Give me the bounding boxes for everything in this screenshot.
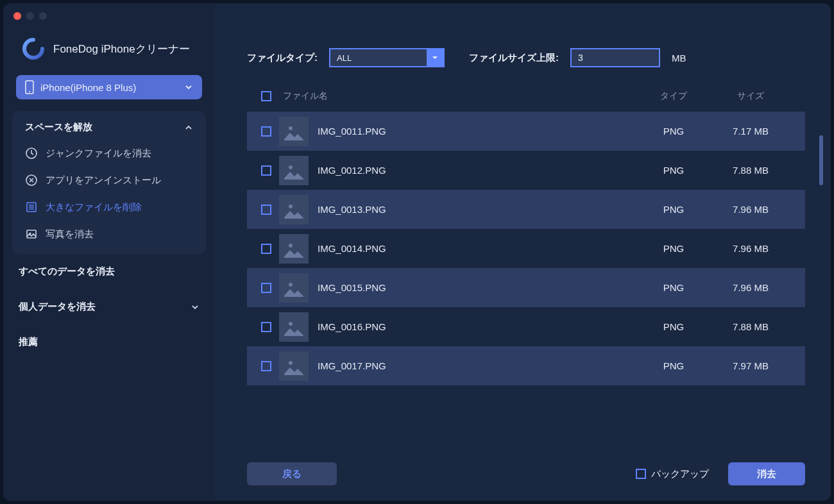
sidebar-item-1[interactable]: アプリをアンインストール — [19, 167, 200, 194]
column-type: タイプ — [638, 90, 709, 102]
file-name: IMG_0015.PNG — [318, 282, 638, 293]
table-row[interactable]: IMG_0011.PNGPNG7.17 MB — [247, 112, 805, 151]
file-size: 7.96 MB — [709, 243, 792, 254]
close-window-button[interactable] — [13, 12, 21, 20]
file-type: PNG — [638, 126, 709, 137]
file-list: IMG_0011.PNGPNG7.17 MBIMG_0012.PNGPNG7.8… — [247, 112, 805, 451]
sidebar-item-label: すべてのデータを消去 — [19, 265, 115, 278]
sidebar-item-label: 大きなファイルを削除 — [46, 201, 142, 214]
file-type-label: ファイルタイプ: — [247, 52, 318, 64]
chevron-up-icon — [184, 123, 193, 132]
file-name: IMG_0012.PNG — [318, 165, 638, 176]
svg-point-8 — [289, 126, 293, 130]
row-checkbox[interactable] — [261, 283, 271, 293]
sidebar-item-3[interactable]: 写真を消去 — [19, 221, 200, 248]
size-limit-input[interactable] — [570, 48, 660, 67]
image-thumbnail-icon — [279, 156, 309, 185]
list-icon — [25, 201, 38, 214]
erase-button-label: 消去 — [757, 468, 776, 480]
svg-rect-5 — [27, 230, 36, 238]
file-name: IMG_0016.PNG — [318, 321, 638, 332]
photo-icon — [25, 228, 38, 240]
sidebar-item-erase-all[interactable]: すべてのデータを消去 — [3, 254, 215, 289]
device-label: iPhone(iPhone 8 Plus) — [40, 82, 136, 93]
section-title: スペースを解放 — [25, 121, 92, 133]
table-row[interactable]: IMG_0012.PNGPNG7.88 MB — [247, 151, 805, 190]
file-size: 7.17 MB — [709, 126, 792, 137]
table-row[interactable]: IMG_0016.PNGPNG7.88 MB — [247, 307, 805, 346]
svg-point-20 — [289, 361, 293, 365]
erase-button[interactable]: 消去 — [728, 462, 805, 485]
backup-label: バックアップ — [651, 468, 709, 480]
app-logo-icon — [22, 38, 44, 60]
row-checkbox[interactable] — [261, 165, 271, 176]
file-type: PNG — [638, 360, 709, 371]
filter-bar: ファイルタイプ: ALL ファイルサイズ上限: MB — [247, 48, 805, 67]
sidebar-item-label: アプリをアンインストール — [46, 174, 161, 187]
svg-point-12 — [289, 205, 293, 208]
app-window: FoneDog iPhoneクリーナー iPhone(iPhone 8 Plus… — [3, 3, 831, 501]
size-unit: MB — [672, 53, 686, 63]
file-type: PNG — [638, 165, 709, 176]
file-type: PNG — [638, 204, 709, 215]
row-checkbox[interactable] — [261, 126, 271, 137]
svg-point-10 — [289, 165, 293, 169]
image-thumbnail-icon — [279, 195, 309, 224]
file-name: IMG_0011.PNG — [318, 126, 638, 137]
x-circle-icon — [25, 174, 38, 187]
file-type: PNG — [638, 282, 709, 293]
back-button-label: 戻る — [282, 468, 302, 480]
file-size: 7.96 MB — [709, 282, 792, 293]
column-size: サイズ — [709, 90, 792, 102]
chevron-down-icon — [191, 303, 200, 312]
window-controls — [13, 12, 47, 20]
file-size: 7.96 MB — [709, 204, 792, 215]
section-header[interactable]: スペースを解放 — [19, 120, 200, 140]
sidebar-item-erase-private[interactable]: 個人データを消去 — [3, 289, 215, 324]
minimize-window-button[interactable] — [26, 12, 34, 20]
file-name: IMG_0014.PNG — [318, 243, 638, 254]
svg-point-14 — [289, 244, 293, 248]
file-size: 7.88 MB — [709, 165, 792, 176]
device-selector[interactable]: iPhone(iPhone 8 Plus) — [16, 75, 202, 99]
file-type-value: ALL — [337, 53, 352, 63]
table-row[interactable]: IMG_0013.PNGPNG7.96 MB — [247, 190, 805, 229]
column-name: ファイル名 — [279, 90, 638, 102]
image-thumbnail-icon — [279, 117, 309, 146]
sidebar-item-label: 写真を消去 — [46, 228, 94, 240]
app-title: FoneDog iPhoneクリーナー — [53, 42, 190, 56]
file-size: 7.88 MB — [709, 321, 792, 332]
back-button[interactable]: 戻る — [247, 462, 337, 485]
backup-toggle[interactable]: バックアップ — [636, 468, 709, 480]
section-free-space: スペースを解放 ジャンクファイルを消去アプリをアンインストール大きなファイルを削… — [12, 111, 206, 254]
brand: FoneDog iPhoneクリーナー — [3, 31, 215, 71]
row-checkbox[interactable] — [261, 205, 271, 215]
maximize-window-button[interactable] — [39, 12, 47, 20]
backup-checkbox[interactable] — [636, 469, 646, 479]
clock-icon — [25, 147, 38, 160]
file-name: IMG_0017.PNG — [318, 360, 638, 371]
file-type: PNG — [638, 321, 709, 332]
image-thumbnail-icon — [279, 234, 309, 264]
sidebar-item-label: 推薦 — [19, 336, 38, 348]
table-row[interactable]: IMG_0015.PNGPNG7.96 MB — [247, 268, 805, 307]
select-all-checkbox[interactable] — [261, 91, 271, 101]
file-type-select[interactable]: ALL — [329, 48, 445, 67]
footer-bar: 戻る バックアップ 消去 — [247, 462, 805, 485]
file-size: 7.97 MB — [709, 360, 792, 371]
image-thumbnail-icon — [279, 312, 309, 342]
svg-point-18 — [289, 322, 293, 326]
row-checkbox[interactable] — [261, 244, 271, 254]
sidebar-item-recommend[interactable]: 推薦 — [3, 324, 215, 360]
table-row[interactable]: IMG_0014.PNGPNG7.96 MB — [247, 229, 805, 268]
scrollbar-thumb[interactable] — [819, 135, 823, 185]
size-limit-label: ファイルサイズ上限: — [469, 52, 559, 64]
table-row[interactable]: IMG_0017.PNGPNG7.97 MB — [247, 346, 805, 385]
sidebar-item-2[interactable]: 大きなファイルを削除 — [19, 194, 200, 221]
sidebar-item-label: 個人データを消去 — [19, 301, 96, 313]
sidebar-item-0[interactable]: ジャンクファイルを消去 — [19, 140, 200, 167]
sidebar-item-label: ジャンクファイルを消去 — [46, 147, 151, 160]
dropdown-arrow-icon — [427, 49, 443, 66]
row-checkbox[interactable] — [261, 322, 271, 332]
row-checkbox[interactable] — [261, 361, 271, 371]
